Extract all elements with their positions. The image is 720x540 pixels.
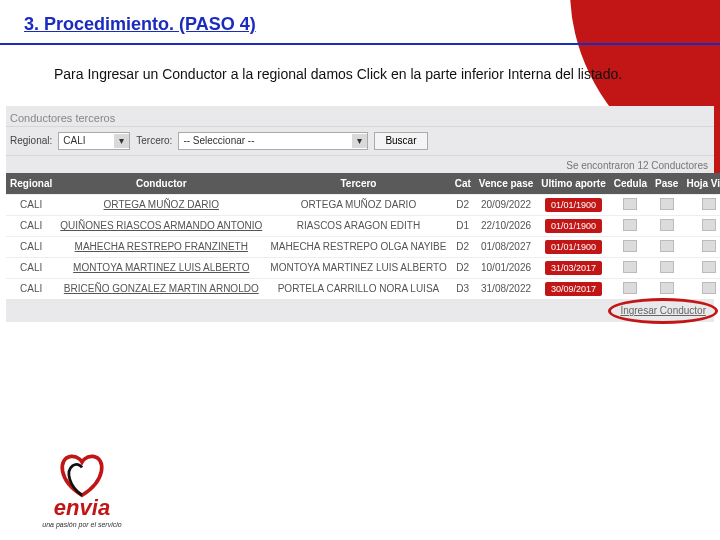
- col-regional: Regional: [6, 173, 56, 195]
- document-icon[interactable]: [660, 219, 674, 231]
- cell: CALI: [6, 215, 56, 236]
- heart-icon: [54, 449, 110, 499]
- cell: ORTEGA MUÑOZ DARIO: [266, 194, 450, 215]
- cell: CALI: [6, 278, 56, 299]
- col-aporte: Ultimo aporte: [537, 173, 609, 195]
- driver-link[interactable]: MAHECHA RESTREPO FRANZINETH: [56, 236, 266, 257]
- search-button[interactable]: Buscar: [374, 132, 427, 150]
- chevron-down-icon: ▾: [352, 134, 367, 148]
- document-icon[interactable]: [702, 261, 716, 273]
- tercero-select[interactable]: -- Seleccionar -- ▾: [178, 132, 368, 150]
- cell: 22/10/2026: [475, 215, 537, 236]
- result-count: Se encontraron 12 Conductores: [6, 156, 714, 173]
- aporte-badge: 01/01/1900: [545, 219, 602, 233]
- aporte-badge: 01/01/1900: [545, 198, 602, 212]
- cell: RIASCOS ARAGON EDITH: [266, 215, 450, 236]
- filter-bar: Regional: CALI ▾ Tercero: -- Seleccionar…: [6, 127, 714, 155]
- cell: 20/09/2022: [475, 194, 537, 215]
- document-icon[interactable]: [660, 198, 674, 210]
- cell: D2: [451, 236, 475, 257]
- cell: D2: [451, 257, 475, 278]
- aporte-badge: 01/01/1900: [545, 240, 602, 254]
- col-conductor: Conductor: [56, 173, 266, 195]
- document-icon[interactable]: [660, 240, 674, 252]
- panel-title: Conductores terceros: [6, 106, 714, 126]
- cell: 31/08/2022: [475, 278, 537, 299]
- drivers-table: Regional Conductor Tercero Cat Vence pas…: [6, 173, 720, 299]
- aporte-badge: 30/09/2017: [545, 282, 602, 296]
- driver-link[interactable]: MONTOYA MARTINEZ LUIS ALBERTO: [56, 257, 266, 278]
- regional-select-value: CALI: [63, 135, 85, 146]
- driver-link[interactable]: ORTEGA MUÑOZ DARIO: [56, 194, 266, 215]
- cell: 01/08/2027: [475, 236, 537, 257]
- col-vence: Vence pase: [475, 173, 537, 195]
- tercero-label: Tercero:: [136, 135, 172, 146]
- brand-tagline: una pasión por el servicio: [22, 521, 142, 528]
- document-icon[interactable]: [623, 240, 637, 252]
- document-icon[interactable]: [702, 198, 716, 210]
- tercero-select-value: -- Seleccionar --: [183, 135, 254, 146]
- aporte-badge: 31/03/2017: [545, 261, 602, 275]
- ingresar-conductor-link[interactable]: Ingresar Conductor: [620, 305, 706, 316]
- cell: D1: [451, 215, 475, 236]
- brand-name: envia: [22, 495, 142, 521]
- col-hoja: Hoja Vida: [682, 173, 720, 195]
- table-row: CALIMAHECHA RESTREPO FRANZINETHMAHECHA R…: [6, 236, 720, 257]
- document-icon[interactable]: [623, 261, 637, 273]
- document-icon[interactable]: [702, 219, 716, 231]
- slide-description: Para Ingresar un Conductor a la regional…: [0, 45, 720, 98]
- footer-row: Ingresar Conductor: [6, 299, 714, 322]
- document-icon[interactable]: [702, 240, 716, 252]
- cell: CALI: [6, 236, 56, 257]
- cell: CALI: [6, 194, 56, 215]
- regional-select[interactable]: CALI ▾: [58, 132, 130, 150]
- document-icon[interactable]: [623, 282, 637, 294]
- col-pase: Pase: [651, 173, 682, 195]
- document-icon[interactable]: [702, 282, 716, 294]
- cell: CALI: [6, 257, 56, 278]
- col-cat: Cat: [451, 173, 475, 195]
- driver-link[interactable]: BRICEÑO GONZALEZ MARTIN ARNOLDO: [56, 278, 266, 299]
- cell: PORTELA CARRILLO NORA LUISA: [266, 278, 450, 299]
- cell: D3: [451, 278, 475, 299]
- table-row: CALIMONTOYA MARTINEZ LUIS ALBERTOMONTOYA…: [6, 257, 720, 278]
- brand-logo: envia una pasión por el servicio: [22, 449, 142, 528]
- col-cedula: Cedula: [610, 173, 651, 195]
- col-tercero: Tercero: [266, 173, 450, 195]
- cell: MONTOYA MARTINEZ LUIS ALBERTO: [266, 257, 450, 278]
- cell: D2: [451, 194, 475, 215]
- document-icon[interactable]: [623, 198, 637, 210]
- table-header: Regional Conductor Tercero Cat Vence pas…: [6, 173, 720, 195]
- app-panel: Conductores terceros Regional: CALI ▾ Te…: [6, 106, 714, 322]
- regional-label: Regional:: [10, 135, 52, 146]
- table-row: CALIORTEGA MUÑOZ DARIOORTEGA MUÑOZ DARIO…: [6, 194, 720, 215]
- document-icon[interactable]: [660, 282, 674, 294]
- table-row: CALIBRICEÑO GONZALEZ MARTIN ARNOLDOPORTE…: [6, 278, 720, 299]
- document-icon[interactable]: [660, 261, 674, 273]
- table-row: CALIQUIÑONES RIASCOS ARMANDO ANTONIORIAS…: [6, 215, 720, 236]
- driver-link[interactable]: QUIÑONES RIASCOS ARMANDO ANTONIO: [56, 215, 266, 236]
- cell: MAHECHA RESTREPO OLGA NAYIBE: [266, 236, 450, 257]
- document-icon[interactable]: [623, 219, 637, 231]
- slide-title: 3. Procedimiento. (PASO 4): [0, 0, 720, 37]
- chevron-down-icon: ▾: [114, 134, 129, 148]
- cell: 10/01/2026: [475, 257, 537, 278]
